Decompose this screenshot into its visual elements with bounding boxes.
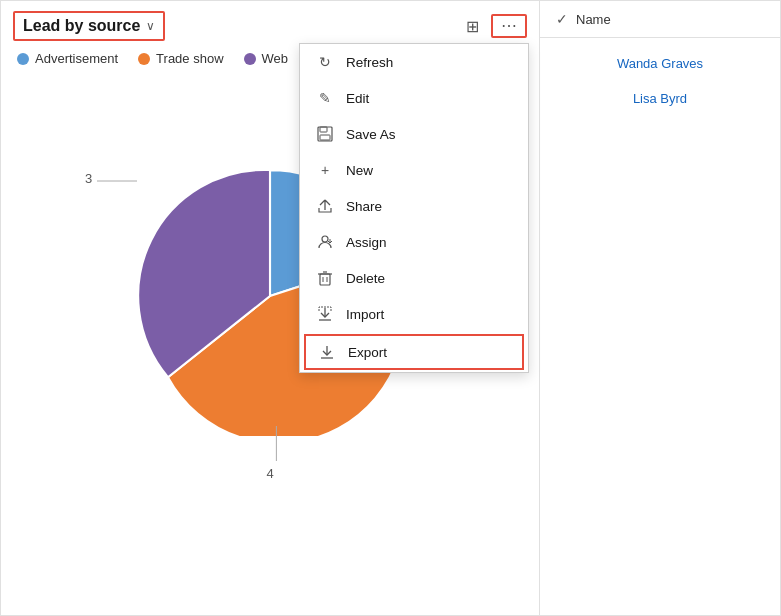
chart-panel: Lead by source ∨ ⊞ ⋯ Advertisement Trade…: [1, 1, 540, 615]
legend-dot-web: [244, 53, 256, 65]
menu-label-new: New: [346, 163, 373, 178]
legend-dot-tradeshow: [138, 53, 150, 65]
legend-dot-advertisement: [17, 53, 29, 65]
more-options-button[interactable]: ⋯: [491, 14, 527, 38]
delete-icon: [316, 269, 334, 287]
menu-label-refresh: Refresh: [346, 55, 393, 70]
chevron-down-icon: ∨: [146, 19, 155, 33]
chart-title-group: Lead by source ∨: [13, 11, 165, 41]
expand-button[interactable]: ⊞: [462, 15, 483, 38]
menu-item-new[interactable]: + New: [300, 152, 528, 188]
menu-item-import[interactable]: Import: [300, 296, 528, 332]
svg-point-6: [322, 236, 328, 242]
legend-label-tradeshow: Trade show: [156, 51, 223, 66]
menu-item-edit[interactable]: ✎ Edit: [300, 80, 528, 116]
legend-item-web: Web: [244, 51, 289, 66]
pie-label-web: 3: [85, 171, 92, 186]
contact-item-wanda[interactable]: Wanda Graves: [540, 46, 780, 81]
contacts-list: Wanda Graves Lisa Byrd: [540, 38, 780, 116]
header-actions: ⊞ ⋯: [462, 14, 527, 38]
menu-label-assign: Assign: [346, 235, 387, 250]
legend-label-web: Web: [262, 51, 289, 66]
contact-item-lisa[interactable]: Lisa Byrd: [540, 81, 780, 116]
assign-icon: [316, 233, 334, 251]
save-as-icon: [316, 125, 334, 143]
menu-item-refresh[interactable]: ↻ Refresh: [300, 44, 528, 80]
menu-label-import: Import: [346, 307, 384, 322]
export-icon: [318, 343, 336, 361]
menu-label-share: Share: [346, 199, 382, 214]
svg-rect-4: [320, 127, 327, 132]
right-header: ✓ Name: [540, 1, 780, 38]
new-icon: +: [316, 161, 334, 179]
refresh-icon: ↻: [316, 53, 334, 71]
menu-item-delete[interactable]: Delete: [300, 260, 528, 296]
edit-icon: ✎: [316, 89, 334, 107]
chart-header: Lead by source ∨ ⊞ ⋯: [13, 11, 527, 41]
share-icon: [316, 197, 334, 215]
svg-rect-7: [320, 274, 330, 285]
menu-label-edit: Edit: [346, 91, 369, 106]
import-icon: [316, 305, 334, 323]
right-panel: ✓ Name Wanda Graves Lisa Byrd: [540, 1, 780, 615]
main-container: Lead by source ∨ ⊞ ⋯ Advertisement Trade…: [0, 0, 781, 616]
legend-label-advertisement: Advertisement: [35, 51, 118, 66]
check-icon: ✓: [556, 11, 568, 27]
menu-item-assign[interactable]: Assign: [300, 224, 528, 260]
menu-label-export: Export: [348, 345, 387, 360]
menu-item-share[interactable]: Share: [300, 188, 528, 224]
pie-label-tradeshow: 4: [266, 466, 273, 481]
svg-rect-5: [320, 135, 330, 140]
menu-label-save-as: Save As: [346, 127, 396, 142]
menu-item-export[interactable]: Export: [304, 334, 524, 370]
menu-label-delete: Delete: [346, 271, 385, 286]
chart-title: Lead by source: [23, 17, 140, 35]
dropdown-menu: ↻ Refresh ✎ Edit Save As + New: [299, 43, 529, 373]
menu-item-save-as[interactable]: Save As: [300, 116, 528, 152]
legend-item-advertisement: Advertisement: [17, 51, 118, 66]
column-name-label: Name: [576, 12, 611, 27]
legend-item-tradeshow: Trade show: [138, 51, 223, 66]
